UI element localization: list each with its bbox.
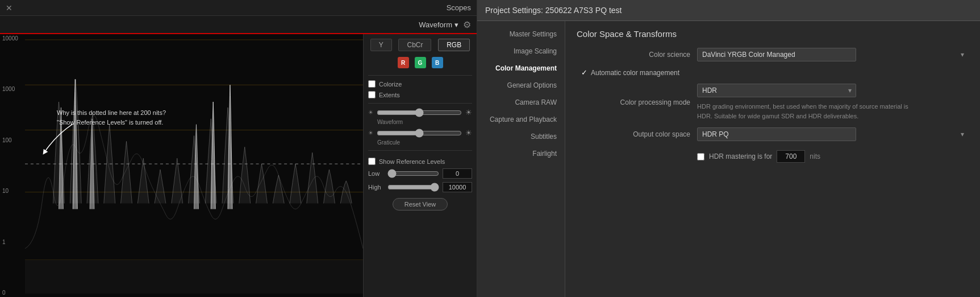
blue-channel-dot[interactable]: B [432,57,443,68]
high-label: High [368,184,384,191]
nav-camera-raw[interactable]: Camera RAW [477,94,565,111]
high-level-row: High 10000 [368,182,472,192]
waveform-slider-row: ☀ ☀ Waveform [368,108,472,125]
chevron-down-icon: ▾ [454,20,458,29]
nav-image-scaling[interactable]: Image Scaling [477,43,565,60]
nav-capture-playback[interactable]: Capture and Playback [477,111,565,128]
low-value-input[interactable]: 0 [443,168,472,179]
waveform-slider-label: Waveform [368,119,472,125]
waveform-svg [25,34,363,294]
y-label-10000: 10000 [2,35,23,42]
y-label-1000: 1000 [2,86,23,92]
controls-panel: Y CbCr RGB R G B Colorize Extents [363,34,477,297]
close-button[interactable]: ✕ [6,3,12,13]
colorize-label: Colorize [379,81,402,88]
high-value-input[interactable]: 10000 [443,182,472,192]
output-color-row: Output color space HDR PQ [577,127,969,141]
auto-color-row: ✓ Automatic color management [577,68,969,77]
sun-large-icon: ☀ [465,108,472,117]
settings-icon[interactable]: ⚙ [463,19,471,30]
show-reference-label: Show Reference Levels [379,158,445,165]
hdr-mastering-checkbox[interactable] [697,153,704,160]
waveform-slider[interactable] [377,109,462,117]
output-color-label: Output color space [577,130,690,138]
color-science-row: Color science DaVinci YRGB Color Managed [577,48,969,61]
extents-row: Extents [368,91,472,98]
channel-y-button[interactable]: Y [370,39,392,51]
scopes-main: 10000 1000 100 10 1 0 [0,34,477,297]
graticule-slider[interactable] [377,129,462,137]
colorize-row: Colorize [368,80,472,88]
project-settings-nav: Master Settings Image Scaling Color Mana… [477,21,565,297]
extents-label: Extents [379,92,400,98]
y-axis-labels: 10000 1000 100 10 1 0 [0,34,25,297]
red-channel-dot[interactable]: R [398,57,409,68]
scopes-title: Scopes [447,3,471,12]
show-reference-row: Show Reference Levels [368,158,472,165]
divider-2 [368,103,472,104]
color-processing-row: Color processing mode HDR HDR grading en… [577,84,969,121]
channel-buttons: Y CbCr RGB [368,39,472,51]
reset-view-button[interactable]: Reset View [393,198,448,211]
color-science-select[interactable]: DaVinci YRGB Color Managed [697,48,856,61]
divider-1 [368,75,472,76]
sun-large-icon-2: ☀ [465,129,472,137]
low-level-row: Low 0 [368,168,472,179]
annotation-arrow [39,124,84,158]
color-science-control: DaVinci YRGB Color Managed [697,48,969,61]
y-label-100: 100 [2,137,23,143]
nits-label: nits [810,152,820,160]
scopes-panel: ✕ Scopes Waveform ▾ ⚙ 10000 1000 100 10 … [0,0,477,297]
color-processing-select[interactable]: HDR [697,84,856,97]
auto-color-label: Automatic color management [591,69,679,77]
waveform-display: 10000 1000 100 10 1 0 [0,34,363,297]
scopes-titlebar: ✕ Scopes [0,0,477,16]
sun-small-icon-2: ☀ [368,130,373,136]
hdr-mastering-row: HDR mastering is for nits [577,148,969,163]
svg-rect-7 [25,260,363,294]
nav-master-settings[interactable]: Master Settings [477,26,565,43]
green-channel-dot[interactable]: G [415,57,426,68]
show-reference-checkbox[interactable] [368,158,376,165]
output-color-select[interactable]: HDR PQ [697,127,856,141]
annotation-line1: Why is this dotted line here at 200 nits… [57,109,166,116]
hdr-mastering-value[interactable] [777,150,805,163]
channel-rgb-button[interactable]: RGB [438,39,470,51]
scopes-toolbar: Waveform ▾ ⚙ [0,16,477,34]
nav-general-options[interactable]: General Options [477,77,565,94]
colorize-checkbox[interactable] [368,80,376,88]
color-science-label: Color science [577,51,690,59]
project-settings-title: Project Settings: 250622 A7S3 PQ test [485,6,622,15]
nav-subtitles[interactable]: Subtitles [477,128,565,145]
nav-fairlight[interactable]: Fairlight [477,145,565,162]
graticule-slider-label: Graticule [368,139,472,146]
graticule-slider-row: ☀ ☀ Graticule [368,129,472,146]
y-label-10: 10 [2,188,23,194]
color-processing-label: Color processing mode [577,98,690,106]
nav-color-management[interactable]: Color Management [477,60,565,77]
project-settings-content: Master Settings Image Scaling Color Mana… [477,21,980,297]
project-settings-panel: Project Settings: 250622 A7S3 PQ test Ma… [477,0,980,297]
sun-small-icon: ☀ [368,109,373,116]
checkmark-icon: ✓ [581,68,587,77]
low-slider[interactable] [387,170,439,178]
section-title: Color Space & Transforms [577,29,969,39]
y-label-1: 1 [2,239,23,245]
divider-3 [368,150,472,151]
low-label: Low [368,170,384,177]
project-settings-titlebar: Project Settings: 250622 A7S3 PQ test [477,0,980,21]
color-channel-dots: R G B [368,57,472,68]
description-text: HDR grading environment, best used when … [697,102,913,121]
extents-checkbox[interactable] [368,91,376,98]
waveform-dropdown[interactable]: Waveform ▾ [419,20,458,29]
high-slider[interactable] [387,183,439,191]
hdr-mastering-label: HDR mastering is for [709,152,772,160]
project-settings-main: Color Space & Transforms Color science D… [565,21,980,297]
channel-cbcr-button[interactable]: CbCr [398,39,431,51]
waveform-label: Waveform [419,20,452,29]
y-label-0: 0 [2,290,23,296]
